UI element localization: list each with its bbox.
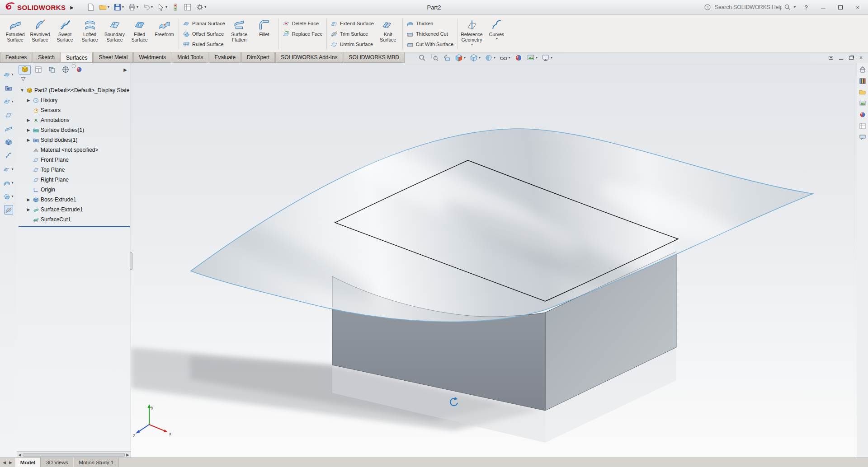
swept-surface-button[interactable]: SweptSurface: [52, 16, 77, 52]
rollback-bar[interactable]: [19, 226, 130, 227]
tab-mold-tools[interactable]: Mold Tools: [172, 52, 208, 63]
tree-item-material[interactable]: Material <not specified>: [18, 145, 131, 155]
panel-splitter-handle[interactable]: [130, 252, 132, 270]
tab-solidworks-add-ins[interactable]: SOLIDWORKS Add-Ins: [275, 52, 343, 63]
tab-sheet-metal[interactable]: Sheet Metal: [93, 52, 133, 63]
display-style-button[interactable]: ▾: [485, 54, 495, 62]
tree-item-surface-extrude1[interactable]: ▶ Surface-Extrude1: [18, 205, 131, 215]
app-help-button[interactable]: ?: [799, 2, 813, 13]
open-button[interactable]: ▾: [98, 2, 111, 13]
trim-surface-button[interactable]: Trim Surface: [329, 30, 376, 38]
apply-scene-button[interactable]: ▾: [527, 54, 538, 62]
zoom-to-area-button[interactable]: [430, 54, 439, 62]
tree-item-origin[interactable]: Origin: [18, 185, 131, 195]
thicken-button[interactable]: Thicken: [405, 19, 455, 28]
lofted-surface-button[interactable]: LoftedSurface: [77, 16, 102, 52]
left-dock-icon[interactable]: ▾: [3, 97, 13, 106]
tab-surfaces[interactable]: Surfaces: [61, 52, 93, 63]
save-button[interactable]: ▾: [112, 2, 125, 13]
rebuild-button[interactable]: [170, 2, 181, 13]
panel-expand-arrow-icon[interactable]: ▶: [123, 67, 129, 72]
tree-item-top-plane[interactable]: Top Plane: [18, 165, 131, 175]
left-dock-icon[interactable]: [5, 83, 12, 93]
tree-item-boss-extrude1[interactable]: ▶ Boss-Extrude1: [18, 195, 131, 205]
tab-dimxpert[interactable]: DimXpert: [241, 52, 275, 63]
minimize-button[interactable]: [816, 2, 830, 13]
view-orientation-button[interactable]: ▾: [470, 54, 481, 62]
forum-icon[interactable]: [859, 134, 866, 141]
propertymanager-tab[interactable]: [32, 65, 44, 75]
appearances-icon[interactable]: [859, 111, 866, 118]
expand-arrow-icon[interactable]: ▶: [26, 98, 31, 103]
print-button[interactable]: ▾: [127, 2, 140, 13]
maximize-button[interactable]: [834, 2, 847, 13]
left-dock-icon[interactable]: [5, 137, 12, 147]
menu-flyout-arrow-icon[interactable]: ▶: [70, 5, 74, 10]
tree-item-annotations[interactable]: ▶ Annotations: [18, 115, 131, 125]
select-button[interactable]: ▾: [156, 2, 169, 13]
previous-view-button[interactable]: [443, 54, 451, 62]
configurationmanager-tab[interactable]: [46, 65, 58, 75]
planar-surface-button[interactable]: Planar Surface: [181, 19, 227, 28]
close-button[interactable]: ×: [851, 2, 864, 13]
filled-surface-button[interactable]: FilledSurface: [127, 16, 152, 52]
left-dock-icon[interactable]: ▾: [3, 191, 13, 201]
new-document-button[interactable]: [85, 2, 96, 13]
scroll-right-icon[interactable]: ▶: [126, 453, 129, 457]
doc-popout-icon[interactable]: [829, 56, 833, 60]
fillet-button[interactable]: Fillet: [252, 16, 277, 52]
delete-face-button[interactable]: Delete Face: [281, 19, 325, 28]
file-explorer-icon[interactable]: [859, 89, 866, 96]
curves-caret-icon[interactable]: ▾: [496, 37, 498, 41]
expand-arrow-icon[interactable]: ▶: [26, 207, 31, 212]
section-view-button[interactable]: ▾: [455, 54, 466, 62]
left-dock-icon[interactable]: ▾: [3, 70, 13, 79]
undo-button[interactable]: ▾: [141, 2, 154, 13]
left-dock-icon[interactable]: [5, 124, 12, 133]
replace-face-button[interactable]: Replace Face: [281, 30, 325, 38]
tab-weldments[interactable]: Weldments: [133, 52, 171, 63]
tree-item-history[interactable]: ▶ History: [18, 95, 131, 105]
left-dock-icon[interactable]: [4, 205, 13, 215]
task-pane-home-icon[interactable]: [859, 66, 866, 73]
file-properties-button[interactable]: [182, 2, 193, 13]
scrollbar-thumb[interactable]: [23, 453, 125, 457]
freeform-button[interactable]: Freeform: [152, 16, 177, 52]
options-button[interactable]: ▾: [194, 2, 208, 13]
surface-flatten-button[interactable]: SurfaceFlatten: [227, 16, 252, 52]
cut-with-surface-button[interactable]: Cut With Surface: [405, 40, 455, 48]
doc-close-icon[interactable]: ×: [859, 55, 863, 61]
expand-arrow-icon[interactable]: ▶: [26, 197, 31, 202]
reference-geometry-caret-icon[interactable]: ▾: [471, 43, 473, 47]
tab-solidworks-mbd[interactable]: SOLIDWORKS MBD: [344, 52, 405, 63]
3d-views-tab[interactable]: 3D Views: [41, 458, 73, 467]
view-settings-button[interactable]: ▾: [542, 54, 552, 62]
expand-arrow-icon[interactable]: ▶: [26, 118, 31, 122]
help-search-input[interactable]: [715, 4, 782, 10]
view-palette-icon[interactable]: [859, 100, 866, 107]
search-scope-caret-icon[interactable]: ▾: [794, 5, 796, 9]
tab-evaluate[interactable]: Evaluate: [209, 52, 241, 63]
extruded-surface-button[interactable]: ExtrudedSurface: [3, 16, 28, 52]
design-library-icon[interactable]: [859, 77, 866, 84]
custom-properties-icon[interactable]: [859, 122, 866, 130]
scroll-left-icon[interactable]: ◀: [18, 453, 21, 457]
tree-item-sensors[interactable]: Sensors: [18, 105, 131, 115]
boundary-surface-button[interactable]: BoundarySurface: [102, 16, 127, 52]
tree-item-surface-bodies[interactable]: ▶ Surface Bodies(1): [18, 125, 131, 135]
extend-surface-button[interactable]: Extend Surface: [329, 19, 376, 28]
scroll-tabs-right-icon[interactable]: ▶: [9, 460, 12, 465]
search-icon[interactable]: [784, 4, 791, 11]
knit-surface-button[interactable]: KnitSurface: [376, 16, 401, 52]
hide-show-items-button[interactable]: ▾: [500, 54, 510, 62]
tree-item-right-plane[interactable]: Right Plane: [18, 175, 131, 185]
featuremanager-tab[interactable]: [19, 65, 31, 75]
tab-sketch[interactable]: Sketch: [33, 52, 60, 63]
left-dock-icon[interactable]: [5, 151, 12, 160]
zoom-to-fit-button[interactable]: [418, 54, 426, 62]
expand-arrow-icon[interactable]: ▶: [26, 138, 31, 142]
scroll-tabs-left-icon[interactable]: ◀: [3, 460, 6, 465]
left-dock-icon[interactable]: ▾: [3, 164, 13, 174]
tree-item-surfacecut1[interactable]: SurfaceCut1: [18, 215, 131, 224]
tab-features[interactable]: Features: [0, 52, 32, 63]
